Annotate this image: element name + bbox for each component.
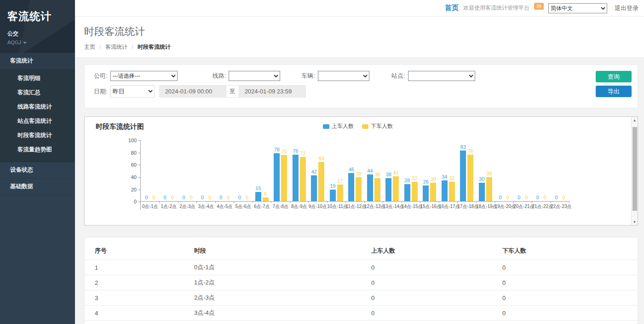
sidebar-subitem[interactable]: 客流明细 — [0, 71, 75, 86]
scroll-up-icon[interactable]: ▲ — [632, 117, 638, 123]
chart-bar-column: 76 — [293, 148, 299, 201]
notification-badge[interactable]: 34 — [534, 3, 544, 10]
bar[interactable] — [330, 190, 336, 201]
sidebar-subitem[interactable]: 客流量趋势图 — [0, 143, 75, 157]
table-row: 10点-1点00 — [85, 260, 638, 275]
bar[interactable] — [300, 157, 306, 201]
chart-bars: 00 — [513, 140, 532, 202]
x-axis-tick-label: 7点-8点 — [271, 203, 290, 210]
station-select[interactable] — [408, 71, 475, 81]
bar[interactable] — [404, 184, 410, 201]
date-preset-select[interactable]: 昨日 — [110, 85, 155, 98]
bar[interactable] — [479, 183, 485, 201]
col-header-alighting: 下车人数 — [499, 243, 638, 260]
y-axis-tick-label: 0 — [134, 199, 140, 204]
chart-plot: 000点-1点001点-2点002点-3点003点-4点004点-5点005点-… — [140, 140, 569, 210]
col-header-period: 时段 — [190, 243, 368, 260]
bar[interactable] — [442, 180, 448, 201]
sidebar-subitem[interactable]: 站点客流统计 — [0, 114, 75, 128]
table-cell: 0 — [499, 306, 638, 321]
bar[interactable] — [393, 176, 399, 202]
x-axis-tick-label: 3点-4点 — [197, 203, 216, 210]
bar[interactable] — [412, 182, 418, 202]
chart-bar-column: 0 — [188, 195, 194, 201]
chart-bars: 8376 — [458, 140, 477, 202]
chart-bar-column: 44 — [367, 168, 373, 202]
table-cell: 0 — [368, 260, 499, 275]
chart-bar-column: 46 — [348, 167, 354, 201]
bar[interactable] — [255, 192, 261, 201]
home-link[interactable]: 首页 — [445, 4, 459, 12]
legend-item[interactable]: 上车人数 — [323, 122, 354, 130]
scroll-down-icon[interactable]: ▼ — [632, 219, 638, 225]
scrollbar-thumb[interactable] — [632, 127, 637, 211]
breadcrumb-home[interactable]: 主页 — [84, 44, 95, 50]
logout-link[interactable]: 退出登录 — [615, 4, 638, 12]
bar[interactable] — [348, 173, 354, 201]
sidebar-item-passenger-stats[interactable]: 客流统计 — [0, 53, 75, 69]
sidebar-subitem[interactable]: 客流汇总 — [0, 86, 75, 100]
scrollbar-track[interactable] — [632, 123, 638, 219]
table-row: 54点-5点00 — [85, 321, 638, 324]
sidebar-item-base-data[interactable]: 基础数据 — [0, 179, 75, 195]
chart-category-group: 263015点-16点 — [420, 140, 439, 210]
bar-value-label: 0 — [238, 195, 241, 201]
bar[interactable] — [281, 155, 287, 201]
bar[interactable] — [274, 153, 280, 201]
chart-bars: 156 — [253, 140, 271, 202]
legend-item[interactable]: 下车人数 — [362, 122, 393, 130]
bar[interactable] — [460, 150, 466, 201]
sidebar-item-device-status[interactable]: 设备状态 — [0, 162, 75, 179]
bar[interactable] — [318, 162, 324, 201]
chart-bar-column: 0 — [497, 195, 503, 201]
bar-value-label: 0 — [246, 195, 248, 201]
date-end-input[interactable] — [239, 85, 306, 98]
breadcrumb-passenger-stats[interactable]: 客流统计 — [105, 44, 127, 50]
vehicle-select[interactable] — [318, 71, 369, 81]
chart-bars: 4264 — [309, 140, 328, 202]
line-select[interactable] — [229, 71, 280, 81]
chart-bars: 00 — [178, 140, 197, 202]
bar[interactable] — [486, 177, 492, 201]
bar[interactable] — [293, 155, 299, 201]
company-label: 公司: — [94, 72, 108, 80]
bar[interactable] — [356, 177, 362, 201]
bar[interactable] — [430, 183, 436, 201]
bar[interactable] — [311, 175, 317, 201]
chart-title: 时段车流统计图 — [96, 122, 144, 130]
bar-value-label: 0 — [145, 195, 148, 201]
bar[interactable] — [374, 178, 380, 202]
chart-category-group: 837617点-18点 — [458, 140, 477, 210]
x-axis-tick-label: 17点-18点 — [458, 203, 477, 210]
chart-bar-column: 27 — [337, 178, 343, 201]
station-label: 站点: — [391, 72, 405, 80]
bar[interactable] — [385, 178, 391, 202]
x-axis-tick-label: 19点-20点 — [495, 203, 514, 210]
table-cell: 0 — [499, 321, 638, 324]
bar[interactable] — [263, 197, 269, 201]
chart-bar-column: 0 — [151, 195, 157, 201]
sidebar-section-device-status: 设备状态 — [0, 162, 75, 179]
sidebar-subitem[interactable]: 时段客流统计 — [0, 128, 75, 143]
bar[interactable] — [467, 155, 473, 201]
bar[interactable] — [337, 185, 343, 201]
language-select[interactable]: 简体中文 — [548, 3, 607, 13]
date-start-input[interactable] — [159, 85, 226, 98]
bar[interactable] — [449, 182, 455, 202]
chart-bar-column: 75 — [281, 149, 287, 201]
bar-value-label: 78 — [274, 147, 280, 153]
x-axis-tick-label: 22点-23点 — [551, 203, 569, 210]
query-button[interactable]: 查询 — [596, 71, 632, 82]
chart-vertical-scrollbar[interactable]: ▲ ▼ — [631, 117, 638, 225]
x-axis-tick-label: 20点-21点 — [513, 203, 532, 210]
sidebar-subitem[interactable]: 线路客流统计 — [0, 100, 75, 114]
org-selector[interactable]: AQGJ — [7, 40, 68, 45]
bar[interactable] — [367, 174, 373, 202]
x-axis-tick-label: 8点-9点 — [290, 203, 309, 210]
export-button[interactable]: 导出 — [596, 86, 632, 97]
company-select[interactable]: ---请选择--- — [110, 71, 178, 81]
bar[interactable] — [423, 185, 429, 202]
bar-value-label: 0 — [562, 195, 565, 201]
filter-row-1: 公司: ---请选择--- 线路: 车辆: 站点: — [94, 71, 592, 81]
chart-bars: 2832 — [402, 140, 420, 202]
